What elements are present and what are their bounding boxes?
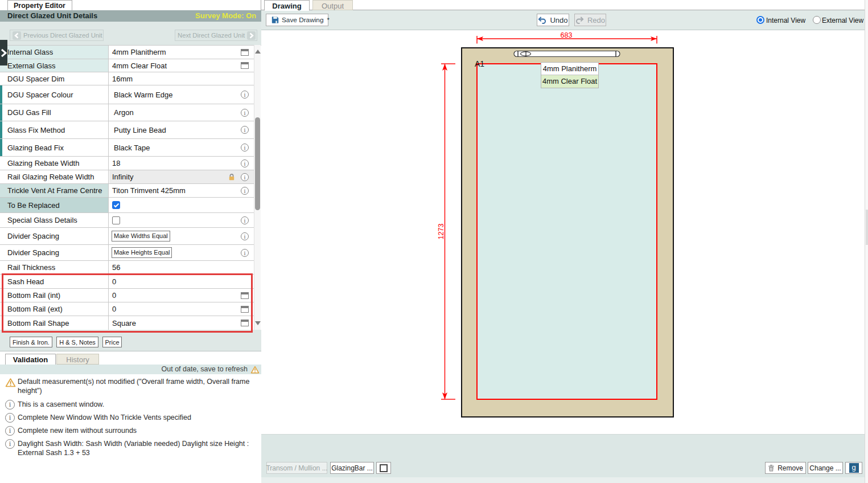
svg-text:A1: A1 [475, 59, 484, 68]
svg-text:1273: 1273 [437, 224, 445, 240]
svg-text:683: 683 [561, 31, 573, 39]
